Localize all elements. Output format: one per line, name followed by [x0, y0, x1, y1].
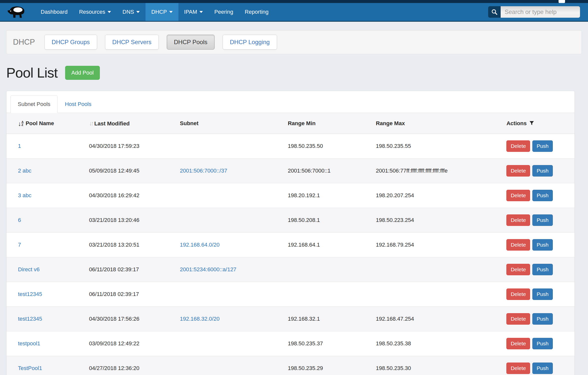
nav-item-label: Reporting [245, 9, 269, 15]
actions-cell: DeletePush [503, 208, 575, 233]
column-header-last-modified[interactable]: ↓↑Last Modified [86, 113, 177, 134]
column-header-range-min[interactable]: Range Min [285, 113, 373, 134]
delete-button[interactable]: Delete [506, 165, 530, 177]
nav-item-dns[interactable]: DNS [117, 3, 146, 21]
dhcp-groups-button[interactable]: DHCP Groups [44, 35, 97, 50]
page-header: Pool List Add Pool [6, 65, 582, 81]
browser-top-strip [0, 0, 588, 3]
nav-item-label: DNS [123, 9, 134, 15]
nav-item-resources[interactable]: Resources [73, 3, 117, 21]
last-modified-value: 03/21/2018 13:20:46 [86, 208, 177, 233]
pool-name-link[interactable]: testpool1 [18, 340, 40, 347]
nav-item-ipam[interactable]: IPAM [178, 3, 209, 21]
column-header-pool-name[interactable]: ↓AZPool Name [6, 113, 86, 134]
last-modified-value: 04/30/2018 17:56:26 [86, 307, 177, 331]
subnet-empty [177, 331, 285, 356]
column-header-subnet[interactable]: Subnet [177, 113, 285, 134]
search-button[interactable] [488, 6, 501, 18]
table-row: test1234506/11/2018 02:39:17DeletePush [6, 282, 575, 307]
push-button[interactable]: Push [532, 288, 553, 300]
add-pool-button[interactable]: Add Pool [65, 66, 100, 80]
push-button[interactable]: Push [532, 165, 553, 177]
delete-button[interactable]: Delete [506, 214, 530, 226]
pool-name-link[interactable]: 1 [18, 143, 21, 149]
subnet-empty [177, 356, 285, 375]
push-button[interactable]: Push [532, 338, 553, 349]
column-header-range-max[interactable]: Range Max [373, 113, 503, 134]
dhcp-section-label: DHCP [13, 38, 35, 47]
range-min-value: 198.50.235.50 [285, 134, 373, 159]
last-modified-value: 05/09/2018 12:49:45 [86, 159, 177, 183]
nav-item-dashboard[interactable]: Dashboard [35, 3, 73, 21]
dhcp-servers-button[interactable]: DHCP Servers [105, 35, 159, 50]
actions-cell: DeletePush [503, 257, 575, 282]
subnet-link[interactable]: 192.168.64.0/20 [180, 242, 220, 248]
filter-funnel-icon[interactable] [529, 120, 534, 126]
range-max-value: 198.50.235.30 [373, 356, 503, 375]
range-min-value: 2001:506:7000::1 [285, 159, 373, 183]
pool-tabs: Subnet PoolsHost Pools [6, 91, 575, 113]
subnet-link[interactable]: 2001:5234:6000::a/127 [180, 266, 236, 273]
pool-name-link[interactable]: 6 [18, 217, 21, 223]
delete-button[interactable]: Delete [506, 264, 530, 275]
last-modified-value: 06/11/2018 02:39:17 [86, 257, 177, 282]
delete-button[interactable]: Delete [506, 338, 530, 349]
subnet-empty [177, 282, 285, 307]
range-max-value: 192.168.47.254 [373, 307, 503, 331]
nav-item-reporting[interactable]: Reporting [239, 3, 274, 21]
subnet-link[interactable]: 2001:506:7000::/37 [180, 168, 227, 174]
push-button[interactable]: Push [532, 264, 553, 275]
top-strip-notch [559, 0, 565, 3]
sort-alpha-desc-icon[interactable]: ↓AZ [18, 121, 24, 126]
pool-table: ↓AZPool Name ↓↑Last Modified Subnet Rang… [6, 113, 575, 375]
delete-button[interactable]: Delete [506, 363, 530, 374]
pool-name-link[interactable]: 2 abc [18, 168, 31, 174]
nav-item-label: Resources [79, 9, 105, 15]
dhcp-pools-button[interactable]: DHCP Pools [167, 35, 215, 50]
range-max-value [373, 257, 503, 282]
dhcp-button-group: DHCP GroupsDHCP ServersDHCP PoolsDHCP Lo… [44, 35, 277, 50]
tab-subnet-pools[interactable]: Subnet Pools [10, 95, 58, 113]
table-row: 703/21/2018 13:20:51192.168.64.0/20192.1… [6, 233, 575, 257]
actions-cell: DeletePush [503, 356, 575, 375]
actions-cell: DeletePush [503, 233, 575, 257]
range-min-value: 192.168.32.1 [285, 307, 373, 331]
push-button[interactable]: Push [532, 313, 553, 325]
last-modified-value: 04/30/2018 17:59:23 [86, 134, 177, 159]
pool-name-link[interactable]: TestPool1 [18, 365, 42, 371]
nav-item-peering[interactable]: Peering [209, 3, 239, 21]
table-row: 603/21/2018 13:20:46198.50.208.1198.50.2… [6, 208, 575, 233]
column-header-actions[interactable]: Actions [503, 113, 575, 134]
push-button[interactable]: Push [532, 190, 553, 201]
delete-button[interactable]: Delete [506, 313, 530, 325]
pool-name-link[interactable]: Direct v6 [18, 266, 40, 273]
actions-cell: DeletePush [503, 307, 575, 331]
range-max-value: 198.20.207.254 [373, 183, 503, 208]
push-button[interactable]: Push [532, 214, 553, 226]
pool-name-link[interactable]: test12345 [18, 316, 42, 322]
pool-name-link[interactable]: 3 abc [18, 192, 31, 198]
delete-button[interactable]: Delete [506, 140, 530, 152]
search-input[interactable] [501, 6, 580, 18]
range-min-value [285, 257, 373, 282]
range-min-value: 198.50.235.29 [285, 356, 373, 375]
pool-name-link[interactable]: 7 [18, 242, 21, 248]
column-label: Subnet [180, 120, 199, 126]
range-min-value: 198.50.208.1 [285, 208, 373, 233]
pool-name-link[interactable]: test12345 [18, 291, 42, 297]
delete-button[interactable]: Delete [506, 288, 530, 300]
sort-updown-icon[interactable]: ↓↑ [89, 120, 93, 127]
dhcp-logging-button[interactable]: DHCP Logging [223, 35, 277, 50]
push-button[interactable]: Push [532, 239, 553, 251]
nav-item-dhcp[interactable]: DHCP [146, 3, 178, 21]
delete-button[interactable]: Delete [506, 190, 530, 201]
tab-host-pools[interactable]: Host Pools [58, 95, 99, 113]
push-button[interactable]: Push [532, 363, 553, 374]
table-row: 3 abc04/30/2018 16:29:42198.20.192.1198.… [6, 183, 575, 208]
delete-button[interactable]: Delete [506, 239, 530, 251]
subnet-link[interactable]: 192.168.32.0/20 [180, 316, 220, 322]
chevron-down-icon [108, 11, 111, 13]
nav-item-label: Dashboard [41, 9, 68, 15]
range-max-value [373, 282, 503, 307]
push-button[interactable]: Push [532, 140, 553, 152]
